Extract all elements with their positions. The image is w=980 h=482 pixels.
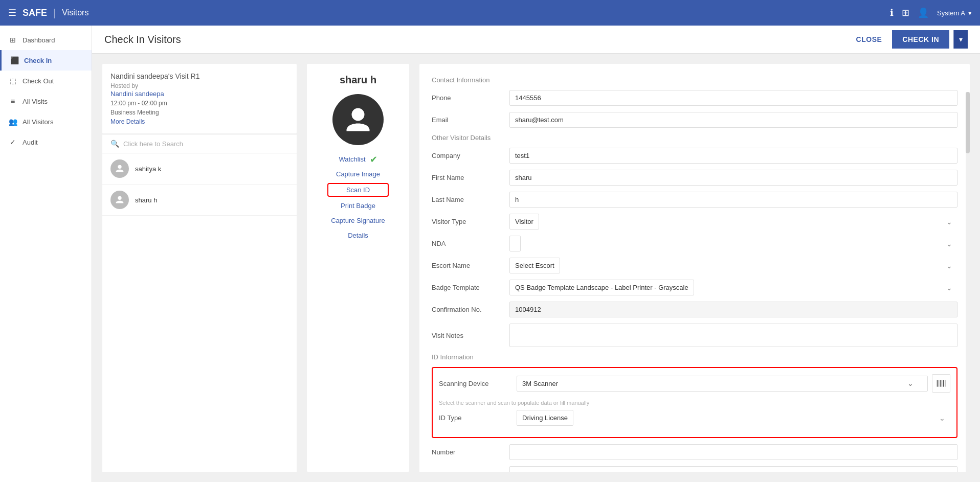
sidebar-item-checkout[interactable]: ⬚ Check Out — [0, 71, 92, 91]
visitnotes-input[interactable] — [509, 324, 957, 347]
menu-icon[interactable]: ☰ — [8, 7, 16, 18]
visitnotes-row: Visit Notes — [432, 324, 957, 347]
company-row: Company — [432, 148, 957, 164]
selected-visitor-avatar — [332, 94, 384, 145]
firstname-label: First Name — [432, 174, 503, 181]
checkin-button[interactable]: CHECK IN — [892, 30, 949, 49]
sidebar-item-dashboard[interactable]: ⊞ Dashboard — [0, 30, 92, 50]
visitortype-row: Visitor Type Visitor — [432, 214, 957, 229]
visitor-list: sahitya k sharu h — [102, 153, 297, 472]
number-input[interactable] — [509, 444, 957, 460]
id-section-title: ID Information — [432, 353, 957, 361]
badge-row: Badge Template QS Badge Template Landsca… — [432, 280, 957, 295]
capture-image-link[interactable]: Capture Image — [336, 168, 380, 180]
svg-point-0 — [118, 165, 121, 169]
top-nav: ☰ SAFE | Visitors ℹ ⊞ 👤 System A ▾ — [0, 0, 980, 26]
phone-row: Phone — [432, 90, 957, 106]
user-dropdown-icon[interactable]: ▾ — [968, 9, 972, 17]
visitor-item[interactable]: sahitya k — [102, 153, 297, 185]
scanning-device-row: Scanning Device 3M Scanner ⌄ — [439, 374, 950, 393]
id-info-box: Scanning Device 3M Scanner ⌄ — [432, 367, 957, 438]
expiration-label: Expiration Date — [432, 470, 503, 472]
firstname-row: First Name — [432, 170, 957, 186]
dashboard-icon: ⊞ — [8, 36, 17, 44]
svg-rect-6 — [942, 380, 942, 386]
number-row: Number — [432, 444, 957, 460]
visit-type: Business Meeting — [110, 109, 288, 116]
allvisitors-icon: 👥 — [8, 118, 17, 126]
scanning-device-label: Scanning Device — [439, 380, 510, 387]
other-section-title: Other Visitor Details — [432, 134, 957, 142]
scrollbar-thumb[interactable] — [966, 92, 970, 153]
svg-rect-5 — [940, 380, 941, 386]
checkin-dropdown-button[interactable]: ▾ — [953, 30, 968, 49]
phone-label: Phone — [432, 94, 503, 102]
details-link[interactable]: Details — [348, 229, 368, 241]
scrollbar-track[interactable] — [966, 92, 970, 472]
number-label: Number — [432, 448, 503, 456]
sidebar-label-audit: Audit — [23, 139, 38, 146]
nda-select[interactable] — [509, 236, 521, 251]
main-content: Nandini sandeepa's Visit R1 Hosted by Na… — [92, 54, 980, 482]
confirmation-row: Confirmation No. — [432, 302, 957, 317]
info-icon[interactable]: ℹ — [890, 7, 894, 18]
sidebar-item-allvisits[interactable]: ≡ All Visits — [0, 91, 92, 111]
scanning-device-select[interactable]: 3M Scanner — [517, 376, 928, 392]
badge-select[interactable]: QS Badge Template Landscape - Label Prin… — [509, 280, 694, 295]
lastname-row: Last Name — [432, 192, 957, 208]
email-input[interactable] — [509, 112, 957, 128]
visitnotes-label: Visit Notes — [432, 332, 503, 339]
grid-icon[interactable]: ⊞ — [902, 7, 909, 18]
nav-divider: | — [53, 7, 56, 19]
visitortype-label: Visitor Type — [432, 218, 503, 225]
user-name: System A — [937, 9, 965, 17]
close-button[interactable]: CLOSE — [850, 31, 888, 48]
page-header: Check In Visitors CLOSE CHECK IN ▾ — [92, 26, 980, 54]
confirmation-label: Confirmation No. — [432, 306, 503, 313]
escort-label: Escort Name — [432, 262, 503, 269]
visitor-item[interactable]: sharu h — [102, 185, 297, 216]
watchlist-link[interactable]: Watchlist — [339, 153, 365, 165]
left-panel: Nandini sandeepa's Visit R1 Hosted by Na… — [102, 64, 297, 472]
nda-label: NDA — [432, 240, 503, 247]
visit-host-link[interactable]: Nandini sandeepa — [110, 90, 164, 98]
user-icon[interactable]: 👤 — [918, 7, 929, 18]
visitor-avatar-2 — [110, 191, 129, 209]
sidebar-item-allvisitors[interactable]: 👥 All Visitors — [0, 111, 92, 132]
capture-signature-link[interactable]: Capture Signature — [331, 215, 385, 226]
visitor-name-2: sharu h — [135, 196, 157, 204]
search-placeholder-text: Click here to Search — [123, 140, 183, 148]
visitortype-select[interactable]: Visitor — [509, 214, 539, 229]
visitor-search[interactable]: 🔍 Click here to Search — [102, 134, 297, 153]
more-details-link[interactable]: More Details — [110, 118, 145, 125]
company-input[interactable] — [509, 148, 957, 164]
escort-select[interactable]: Select Escort — [509, 258, 560, 273]
expiration-input[interactable] — [509, 466, 957, 472]
visit-card: Nandini sandeepa's Visit R1 Hosted by Na… — [102, 64, 297, 133]
visit-hosted-label: Hosted by — [110, 82, 288, 89]
sidebar-label-checkin: Check In — [24, 57, 52, 64]
audit-icon: ✓ — [8, 138, 17, 146]
watchlist-check-icon: ✔ — [370, 154, 377, 165]
user-menu[interactable]: System A ▾ — [937, 9, 972, 17]
svg-rect-7 — [943, 380, 944, 386]
scan-id-button[interactable]: Scan ID — [327, 183, 389, 197]
sidebar-item-checkin[interactable]: ⬛ Check In — [0, 50, 92, 71]
visit-title: Nandini sandeepa's Visit R1 — [110, 72, 288, 80]
page-title: Check In Visitors — [104, 34, 181, 45]
phone-input[interactable] — [509, 90, 957, 106]
badge-label: Badge Template — [432, 284, 503, 291]
scan-trigger-button[interactable] — [932, 374, 950, 393]
sidebar-item-audit[interactable]: ✓ Audit — [0, 132, 92, 152]
print-badge-link[interactable]: Print Badge — [341, 200, 375, 212]
visit-time: 12:00 pm - 02:00 pm — [110, 100, 288, 107]
firstname-input[interactable] — [509, 170, 957, 186]
nda-row: NDA — [432, 236, 957, 251]
id-type-select[interactable]: Driving License — [517, 410, 573, 426]
id-type-label: ID Type — [439, 414, 510, 422]
action-links: Watchlist ✔ Capture Image Scan ID Print … — [315, 153, 401, 241]
allvisits-icon: ≡ — [8, 97, 17, 105]
lastname-input[interactable] — [509, 192, 957, 208]
visitor-name-1: sahitya k — [135, 165, 161, 173]
watchlist-row: Watchlist ✔ — [339, 153, 377, 165]
